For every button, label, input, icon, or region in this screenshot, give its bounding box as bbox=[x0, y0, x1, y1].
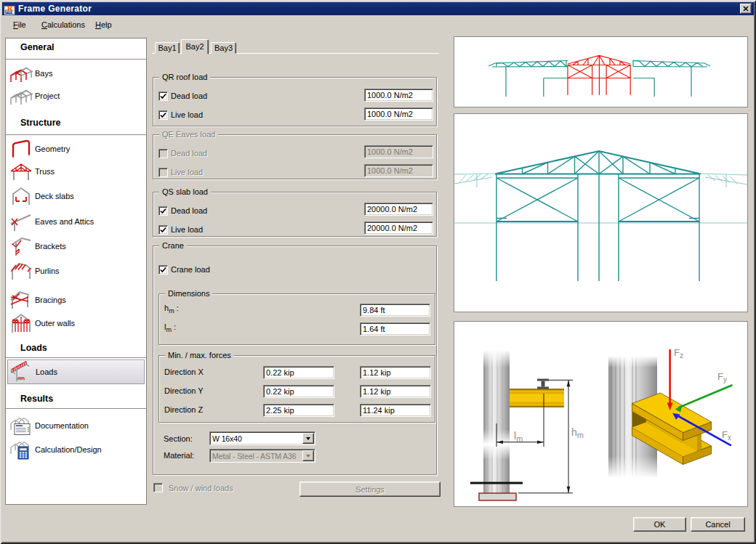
sidebar-item-deck-slabs[interactable]: Deck slabs bbox=[7, 184, 145, 208]
snow-wind-loads-label: Snow / wind loads bbox=[169, 484, 233, 493]
qs-dead-load-value-field[interactable] bbox=[364, 203, 433, 216]
sidebar-item-label: Project bbox=[35, 92, 60, 100]
separator bbox=[6, 59, 146, 60]
direction-y-label: Direction Y bbox=[164, 386, 204, 396]
tab-bay2[interactable]: Bay2 bbox=[181, 39, 209, 54]
direction-x-min-field[interactable] bbox=[263, 366, 334, 379]
sidebar-item-truss[interactable]: Truss bbox=[7, 160, 145, 183]
sidebar-item-label: Bays bbox=[35, 69, 52, 78]
hm-dim-label: hm bbox=[571, 426, 584, 439]
qe-live-load-label: Live load bbox=[171, 168, 203, 177]
crane-load-label: Crane load bbox=[171, 265, 210, 275]
group-title: QR roof load bbox=[159, 73, 210, 82]
qe-dead-load-label: Dead load bbox=[171, 149, 207, 158]
direction-z-min-field[interactable] bbox=[263, 404, 334, 417]
tab-label: Bay2 bbox=[185, 42, 204, 51]
qr-live-load-label: Live load bbox=[171, 110, 203, 120]
cancel-button[interactable]: Cancel bbox=[691, 517, 745, 532]
dropdown-arrow-icon[interactable] bbox=[302, 433, 314, 444]
eaves-attics-icon bbox=[9, 210, 33, 233]
group-dimensions: Dimensions hm : lm : bbox=[158, 293, 435, 345]
tab-label: Bay1 bbox=[158, 44, 176, 52]
sidebar-item-label: Loads bbox=[36, 368, 57, 376]
lm-value-field[interactable] bbox=[360, 322, 430, 336]
qs-live-load-label: Live load bbox=[171, 225, 203, 235]
sidebar-item-label: Brackets bbox=[35, 242, 66, 251]
group-title: Crane bbox=[159, 241, 187, 251]
menu-calculations[interactable]: Calculations bbox=[41, 20, 85, 30]
check-icon bbox=[160, 227, 166, 233]
close-icon bbox=[743, 6, 749, 12]
sidebar-item-geometry[interactable]: Geometry bbox=[7, 137, 145, 161]
close-button[interactable] bbox=[740, 4, 752, 14]
preview-structure-overview bbox=[454, 36, 748, 107]
title-bar[interactable]: PRO R Frame Generator bbox=[2, 2, 754, 15]
sidebar-item-documentation[interactable]: Documentation bbox=[7, 414, 145, 437]
material-label: Material: bbox=[164, 451, 194, 460]
preview-crane-detail: lm hm bbox=[454, 321, 748, 507]
sidebar: General Bays bbox=[5, 38, 147, 505]
sidebar-heading-structure: Structure bbox=[20, 118, 61, 129]
direction-y-min-field[interactable] bbox=[263, 385, 334, 398]
qr-dead-load-value-field[interactable] bbox=[364, 89, 433, 102]
menu-help[interactable]: Help bbox=[95, 20, 112, 30]
sidebar-item-outer-walls[interactable]: Outer walls bbox=[7, 312, 145, 335]
menu-bar: File Calculations Help bbox=[2, 15, 754, 34]
hm-value-field[interactable] bbox=[360, 304, 430, 317]
cancel-button-label: Cancel bbox=[705, 520, 730, 529]
separator bbox=[6, 134, 146, 136]
material-combobox: Metal - Steel - ASTM A36 bbox=[209, 449, 315, 463]
deck-slabs-icon bbox=[9, 184, 33, 208]
sidebar-item-project[interactable]: Project bbox=[7, 84, 145, 107]
qr-live-load-checkbox[interactable] bbox=[158, 110, 168, 120]
direction-y-max-field[interactable] bbox=[360, 385, 431, 398]
sidebar-item-bracings[interactable]: Bracings bbox=[7, 288, 145, 312]
qe-live-load-value-field bbox=[364, 164, 433, 177]
sidebar-item-label: Calculation/Design bbox=[35, 445, 102, 454]
menu-file[interactable]: File bbox=[13, 20, 26, 30]
qs-live-load-checkbox[interactable] bbox=[158, 225, 168, 235]
sidebar-item-calculation-design[interactable]: Calculation/Design bbox=[7, 438, 145, 461]
qe-live-load-checkbox bbox=[158, 168, 168, 177]
direction-z-max-field[interactable] bbox=[360, 404, 431, 417]
sidebar-item-label: Deck slabs bbox=[35, 192, 74, 200]
qs-live-load-value-field[interactable] bbox=[364, 222, 433, 235]
group-qr-roof-load: QR roof load Dead load Live load bbox=[153, 77, 437, 126]
qs-dead-load-checkbox[interactable] bbox=[158, 206, 168, 216]
group-title: Min. / max. forces bbox=[165, 351, 234, 360]
crane-load-checkbox[interactable] bbox=[158, 265, 168, 275]
qr-dead-load-checkbox[interactable] bbox=[158, 92, 168, 101]
sidebar-item-purlins[interactable]: Purlins bbox=[7, 259, 145, 283]
sidebar-item-brackets[interactable]: Brackets bbox=[7, 235, 145, 258]
check-icon bbox=[160, 208, 166, 214]
qr-live-load-value-field[interactable] bbox=[364, 107, 433, 121]
sidebar-heading-results: Results bbox=[20, 394, 53, 405]
settings-button-label: Settings bbox=[355, 485, 385, 494]
tab-bay3[interactable]: Bay3 bbox=[211, 42, 236, 54]
svg-text:R: R bbox=[7, 4, 14, 12]
sidebar-item-label: Eaves and Attics bbox=[35, 217, 94, 226]
direction-x-max-field[interactable] bbox=[360, 366, 431, 379]
separator bbox=[6, 408, 146, 410]
bay-elevation-drawing bbox=[454, 114, 747, 312]
section-combobox[interactable]: W 16x40 bbox=[209, 431, 315, 445]
bays-icon bbox=[9, 62, 33, 85]
fz-force-label: Fz bbox=[674, 347, 683, 360]
project-icon bbox=[9, 84, 33, 107]
sidebar-item-loads[interactable]: Loads bbox=[7, 360, 145, 384]
group-title: QS slab load bbox=[159, 187, 211, 197]
sidebar-item-bays[interactable]: Bays bbox=[7, 62, 145, 85]
group-title: QE Eaves load bbox=[159, 130, 218, 139]
brackets-icon bbox=[9, 235, 33, 258]
ok-button[interactable]: OK bbox=[633, 517, 686, 532]
sidebar-item-eaves-attics[interactable]: Eaves and Attics bbox=[7, 210, 145, 233]
check-icon bbox=[160, 112, 166, 118]
geometry-icon bbox=[9, 137, 33, 161]
loads-icon bbox=[9, 360, 34, 383]
separator bbox=[6, 357, 146, 359]
fx-force-label: Fx bbox=[722, 429, 731, 442]
group-qe-eaves-load: QE Eaves load Dead load Live load bbox=[153, 134, 437, 179]
group-title: Dimensions bbox=[165, 289, 212, 299]
tab-bay1[interactable]: Bay1 bbox=[155, 42, 180, 54]
material-value: Metal - Steel - ASTM A36 bbox=[212, 452, 296, 461]
